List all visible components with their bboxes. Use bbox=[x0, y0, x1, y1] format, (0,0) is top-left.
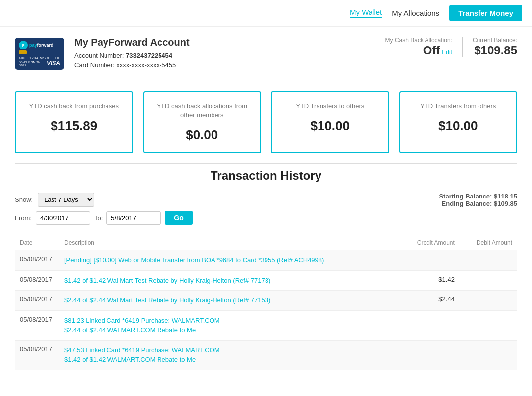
col-description: Description bbox=[59, 235, 400, 250]
go-button[interactable]: Go bbox=[165, 211, 192, 225]
ending-balance-value: $109.85 bbox=[494, 200, 517, 207]
stat-value-0: $115.89 bbox=[23, 118, 125, 134]
from-input[interactable] bbox=[36, 211, 90, 225]
account-right: My Cash Back Allocation: Off Edit Curren… bbox=[385, 37, 517, 57]
visa-logo: VISA bbox=[47, 60, 60, 67]
from-label: From: bbox=[15, 214, 32, 222]
starting-balance-label: Starting Balance: bbox=[439, 193, 492, 200]
stat-label-0: YTD cash back from purchases bbox=[23, 102, 125, 111]
transaction-title: Transaction History bbox=[15, 169, 517, 183]
cashback-value: Off bbox=[423, 44, 440, 57]
row-date: 05/08/2017 bbox=[15, 270, 59, 291]
row-credit: $1.42 bbox=[400, 270, 460, 291]
account-left: P payforward 4000 1234 5678 9010 JOHN P.… bbox=[15, 37, 190, 71]
account-info: My PayForward Account Account Number: 73… bbox=[74, 37, 190, 71]
card-number-display: 4000 1234 5678 9010 bbox=[19, 56, 60, 60]
col-debit: Debit Amount bbox=[460, 235, 517, 250]
transfer-money-button[interactable]: Transfer Money bbox=[449, 5, 522, 21]
ending-balance-label: Ending Balance: bbox=[442, 200, 492, 207]
row-credit bbox=[400, 250, 460, 271]
row-credit bbox=[400, 310, 460, 340]
stats-row: YTD cash back from purchases $115.89 YTD… bbox=[0, 81, 532, 163]
table-row: 05/08/2017 $1.42 of $1.42 Wal Mart Test … bbox=[15, 270, 517, 291]
date-row: From: To: Go bbox=[15, 211, 193, 225]
row-date: 05/08/2017 bbox=[15, 291, 59, 311]
balance-summary: Starting Balance: $118.15 Ending Balance… bbox=[439, 193, 517, 207]
row-description: $47.53 Linked Card *6419 Purchase: WALMA… bbox=[59, 340, 400, 370]
transaction-table: Date Description Credit Amount Debit Amo… bbox=[15, 235, 517, 370]
card-chip bbox=[19, 50, 27, 54]
ending-balance-row: Ending Balance: $109.85 bbox=[439, 200, 517, 207]
stat-value-2: $10.00 bbox=[279, 118, 381, 134]
cashback-value-row: Off Edit bbox=[385, 44, 452, 57]
transaction-section: Transaction History Show: Last 7 DaysLas… bbox=[0, 164, 532, 380]
row-description: $1.42 of $1.42 Wal Mart Test Rebate by H… bbox=[59, 270, 400, 291]
card-expiry: 08/22 bbox=[19, 64, 40, 67]
filters-and-balance: Show: Last 7 DaysLast 30 DaysLast 90 Day… bbox=[15, 193, 517, 232]
row-debit bbox=[460, 270, 517, 291]
table-row: 05/08/2017 $2.44 of $2.44 Wal Mart Test … bbox=[15, 291, 517, 311]
row-debit bbox=[460, 291, 517, 311]
row-date: 05/08/2017 bbox=[15, 310, 59, 340]
row-description: [Pending] [$10.00] Web or Mobile Transfe… bbox=[59, 250, 400, 271]
current-balance: Current Balance: $109.85 bbox=[463, 37, 517, 57]
account-number-row: Account Number: 7332437225454 bbox=[74, 52, 190, 59]
table-row: 05/08/2017 $81.23 Linked Card *6419 Purc… bbox=[15, 310, 517, 340]
stat-card-1: YTD cash back allocations from other mem… bbox=[143, 91, 262, 153]
cashback-allocation: My Cash Back Allocation: Off Edit bbox=[385, 37, 463, 57]
stat-card-2: YTD Transfers to others $10.00 bbox=[271, 91, 389, 153]
balance-value: $109.85 bbox=[473, 44, 517, 57]
show-label: Show: bbox=[15, 196, 33, 203]
cashback-label: My Cash Back Allocation: bbox=[385, 37, 452, 44]
nav-wallet[interactable]: My Wallet bbox=[350, 8, 382, 18]
to-input[interactable] bbox=[106, 211, 161, 225]
stat-card-0: YTD cash back from purchases $115.89 bbox=[15, 91, 133, 153]
balance-label: Current Balance: bbox=[473, 37, 517, 44]
stat-value-1: $0.00 bbox=[152, 127, 253, 143]
row-description: $2.44 of $2.44 Wal Mart Test Rebate by H… bbox=[59, 291, 400, 311]
stat-label-1: YTD cash back allocations from other mem… bbox=[152, 102, 253, 120]
stat-label-2: YTD Transfers to others bbox=[279, 102, 381, 111]
row-description: $81.23 Linked Card *6419 Purchase: WALMA… bbox=[59, 310, 400, 340]
stat-card-3: YTD Transfers from others $10.00 bbox=[399, 91, 518, 153]
row-date: 05/08/2017 bbox=[15, 340, 59, 370]
to-label: To: bbox=[94, 214, 103, 222]
nav-allocations[interactable]: My Allocations bbox=[392, 9, 439, 17]
card-image: P payforward 4000 1234 5678 9010 JOHN P.… bbox=[15, 38, 64, 70]
row-debit bbox=[460, 340, 517, 370]
row-date: 05/08/2017 bbox=[15, 250, 59, 271]
account-number-value: 7332437225454 bbox=[126, 52, 172, 59]
col-credit: Credit Amount bbox=[400, 235, 460, 250]
filters-section: Show: Last 7 DaysLast 30 DaysLast 90 Day… bbox=[15, 193, 193, 232]
table-row: 05/08/2017 [Pending] [$10.00] Web or Mob… bbox=[15, 250, 517, 271]
row-debit bbox=[460, 310, 517, 340]
account-section: P payforward 4000 1234 5678 9010 JOHN P.… bbox=[0, 27, 532, 81]
table-row: 05/08/2017 $47.53 Linked Card *6419 Purc… bbox=[15, 340, 517, 370]
row-debit bbox=[460, 250, 517, 271]
stat-value-3: $10.00 bbox=[408, 118, 509, 134]
card-number-value: xxxx-xxxx-xxxx-5455 bbox=[116, 61, 176, 69]
table-header: Date Description Credit Amount Debit Amo… bbox=[15, 235, 517, 250]
card-number-row: Card Number: xxxx-xxxx-xxxx-5455 bbox=[74, 61, 190, 69]
filters-row: Show: Last 7 DaysLast 30 DaysLast 90 Day… bbox=[15, 193, 193, 207]
row-credit bbox=[400, 340, 460, 370]
header-nav: My Wallet My Allocations Transfer Money bbox=[0, 0, 532, 27]
row-credit: $2.44 bbox=[400, 291, 460, 311]
stat-label-3: YTD Transfers from others bbox=[408, 102, 509, 111]
col-date: Date bbox=[15, 235, 59, 250]
account-title: My PayForward Account bbox=[74, 37, 190, 48]
show-select[interactable]: Last 7 DaysLast 30 DaysLast 90 DaysCusto… bbox=[38, 193, 94, 207]
cashback-edit-link[interactable]: Edit bbox=[442, 49, 452, 56]
card-bottom: JOHN P. SMITH 08/22 VISA bbox=[19, 60, 60, 67]
starting-balance-value: $118.15 bbox=[494, 193, 517, 200]
starting-balance-row: Starting Balance: $118.15 bbox=[439, 193, 517, 200]
